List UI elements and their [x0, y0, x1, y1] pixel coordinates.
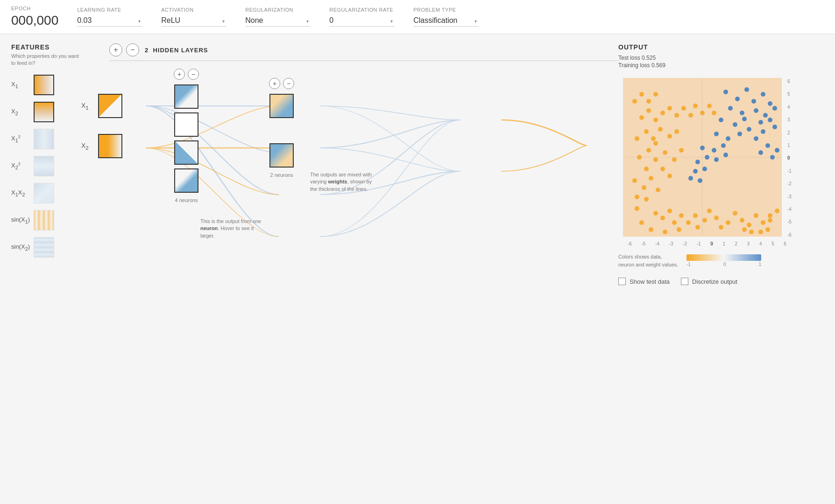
layer1-add-neuron[interactable]: + [174, 69, 185, 80]
layer1-neuron3[interactable] [174, 140, 198, 165]
svg-point-53 [707, 209, 712, 213]
svg-point-19 [714, 132, 719, 136]
show-test-data-box[interactable] [618, 278, 626, 285]
svg-point-43 [660, 216, 665, 220]
feature-sinx1-label: sin(X1) [11, 216, 30, 224]
svg-point-40 [653, 211, 658, 216]
layer2-remove-neuron[interactable]: − [283, 78, 294, 89]
svg-point-76 [672, 157, 677, 162]
input-x2-node[interactable] [98, 134, 122, 158]
input-x1-row: X1 [81, 92, 122, 120]
feature-x1-label: X1 [11, 81, 30, 89]
svg-point-4 [761, 92, 765, 97]
discretize-output-label: Discretize output [692, 278, 737, 285]
svg-point-35 [775, 148, 779, 153]
svg-point-81 [658, 127, 663, 132]
feature-sinx2[interactable]: sin(X2) [11, 237, 81, 258]
svg-point-39 [644, 197, 649, 202]
hidden-layers-header: + − 2 HIDDEN LAYERS [81, 43, 618, 56]
feature-sinx1[interactable]: sin(X1) [11, 210, 81, 231]
feature-sinx1-canvas [34, 210, 54, 231]
svg-point-3 [751, 99, 756, 104]
learning-rate-select[interactable]: 0.03 [77, 14, 142, 27]
learning-rate-label: Learning rate [77, 7, 142, 13]
svg-point-28 [723, 153, 728, 157]
input-x1-node[interactable] [98, 94, 122, 118]
svg-point-65 [649, 176, 653, 181]
show-test-data-checkbox[interactable]: Show test data [618, 278, 670, 285]
layer1-neuron2[interactable] [174, 112, 198, 137]
svg-point-2 [744, 87, 749, 92]
svg-point-34 [765, 143, 770, 148]
layer1-remove-neuron[interactable]: − [188, 69, 199, 80]
feature-x2sq[interactable]: X22 [11, 156, 81, 176]
svg-point-78 [635, 136, 639, 141]
svg-point-5 [768, 101, 772, 106]
layer2-controls: + − [269, 78, 294, 89]
feature-x1sq[interactable]: X12 [11, 129, 81, 149]
svg-point-15 [768, 118, 772, 122]
svg-point-30 [702, 167, 707, 171]
output-chart [623, 78, 782, 237]
layer2-neuron2[interactable] [269, 143, 294, 168]
reg-rate-label: Regularization rate [329, 7, 395, 13]
svg-point-45 [672, 220, 677, 225]
svg-point-103 [758, 230, 763, 234]
reg-rate-select[interactable]: 0 [329, 14, 395, 27]
feature-sinx2-canvas [34, 237, 54, 258]
svg-point-73 [646, 148, 651, 153]
regularization-select[interactable]: None [245, 14, 311, 27]
svg-point-95 [712, 111, 716, 115]
svg-point-92 [693, 104, 698, 108]
problem-type-label: Problem type [413, 7, 479, 13]
epoch-value: 000,000 [11, 13, 58, 28]
svg-point-85 [646, 108, 651, 113]
svg-point-41 [639, 220, 644, 225]
svg-point-56 [726, 220, 730, 225]
discretize-output-checkbox[interactable]: Discretize output [681, 278, 737, 285]
svg-point-70 [660, 167, 665, 171]
layer2-neuron1[interactable] [269, 94, 294, 118]
svg-point-86 [653, 118, 658, 122]
add-layer-button[interactable]: + [109, 43, 122, 56]
header: Epoch 000,000 Learning rate 0.03 ▾ Activ… [0, 0, 835, 34]
feature-x2[interactable]: X2 [11, 102, 81, 122]
svg-point-54 [714, 216, 719, 220]
remove-layer-button[interactable]: − [126, 43, 139, 56]
svg-point-80 [651, 136, 656, 141]
layer1-neuron4[interactable] [174, 168, 198, 193]
svg-point-98 [646, 99, 651, 104]
svg-point-32 [688, 176, 693, 181]
svg-point-12 [733, 122, 737, 127]
feature-x1x2[interactable]: X1X2 [11, 183, 81, 203]
feature-x2-label: X2 [11, 108, 30, 116]
layer2-add-neuron[interactable]: + [269, 78, 280, 89]
layer1-neuron1[interactable] [174, 84, 198, 109]
network-body: X1 X2 + − 4 neurons [81, 69, 618, 482]
svg-point-36 [758, 150, 763, 155]
svg-point-68 [644, 167, 649, 171]
svg-point-10 [772, 106, 777, 111]
layer-divider [109, 60, 618, 61]
svg-point-62 [768, 213, 772, 218]
svg-point-67 [635, 195, 639, 199]
activation-section: Activation ReLU ▾ [161, 7, 226, 27]
svg-point-11 [719, 118, 723, 122]
network-area: + − 2 HIDDEN LAYERS [81, 43, 618, 482]
svg-point-25 [721, 143, 726, 148]
feature-x2sq-canvas [34, 156, 54, 176]
epoch-section: Epoch 000,000 [11, 6, 58, 28]
input-x2-label: X2 [81, 142, 94, 151]
problem-type-select[interactable]: Classification [413, 14, 479, 27]
svg-point-57 [733, 211, 737, 216]
activation-select[interactable]: ReLU [161, 14, 226, 27]
svg-point-64 [642, 185, 646, 190]
svg-point-49 [686, 220, 691, 225]
svg-point-105 [742, 227, 747, 232]
feature-x1x2-label: X1X2 [11, 189, 30, 197]
x-axis-labels: -6 -5 -4 -3 -2 -1 0 1 2 3 4 5 6 [628, 241, 786, 246]
svg-point-83 [674, 129, 679, 134]
svg-point-24 [712, 148, 716, 153]
discretize-output-box[interactable] [681, 278, 688, 285]
feature-x1[interactable]: X1 [11, 75, 81, 95]
